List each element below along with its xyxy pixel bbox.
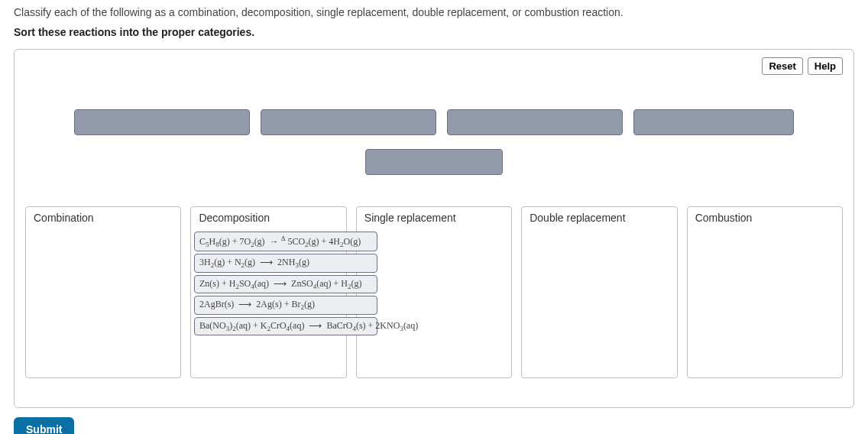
category-label: Single replacement xyxy=(357,207,511,228)
help-button[interactable]: Help xyxy=(808,57,843,75)
categories-row: Combination Decomposition Single replace… xyxy=(25,206,843,378)
draggable-item-5[interactable] xyxy=(365,149,503,175)
category-combination[interactable]: Combination xyxy=(25,206,181,378)
submit-button[interactable]: Submit xyxy=(14,417,74,434)
sorting-panel: Reset Help Combination Decomposition Sin… xyxy=(14,49,854,408)
reaction-item[interactable]: 2AgBr(s) ⟶ 2Ag(s) + Br2(g) xyxy=(194,296,377,314)
category-label: Double replacement xyxy=(522,207,676,228)
category-combustion[interactable]: Combustion xyxy=(687,206,843,378)
reaction-item[interactable]: Ba(NO3)2(aq) + K2CrO4(aq) ⟶ BaCrO4(s) + … xyxy=(194,317,377,335)
category-label: Decomposition xyxy=(191,207,345,228)
draggable-item-2[interactable] xyxy=(261,109,436,135)
category-label: Combination xyxy=(26,207,180,228)
category-single-replacement[interactable]: Single replacement xyxy=(356,206,512,378)
category-label: Combustion xyxy=(688,207,842,228)
reaction-item[interactable]: C5H8(g) + 7O2(g) →Δ 5CO2(g) + 4H2O(g) xyxy=(194,232,377,251)
draggable-item-1[interactable] xyxy=(74,109,250,135)
draggable-item-3[interactable] xyxy=(447,109,623,135)
reset-button[interactable]: Reset xyxy=(762,57,802,75)
reaction-item[interactable]: 3H2(g) + N2(g) ⟶ 2NH3(g) xyxy=(194,254,377,272)
draggable-item-4[interactable] xyxy=(633,109,794,135)
prompt-line1: Classify each of the following as a comb… xyxy=(14,6,854,18)
reaction-item[interactable]: Zn(s) + H2SO4(aq) ⟶ ZnSO4(aq) + H2(g) xyxy=(194,275,377,293)
prompt-line2: Sort these reactions into the proper cat… xyxy=(14,26,854,38)
category-double-replacement[interactable]: Double replacement xyxy=(521,206,677,378)
